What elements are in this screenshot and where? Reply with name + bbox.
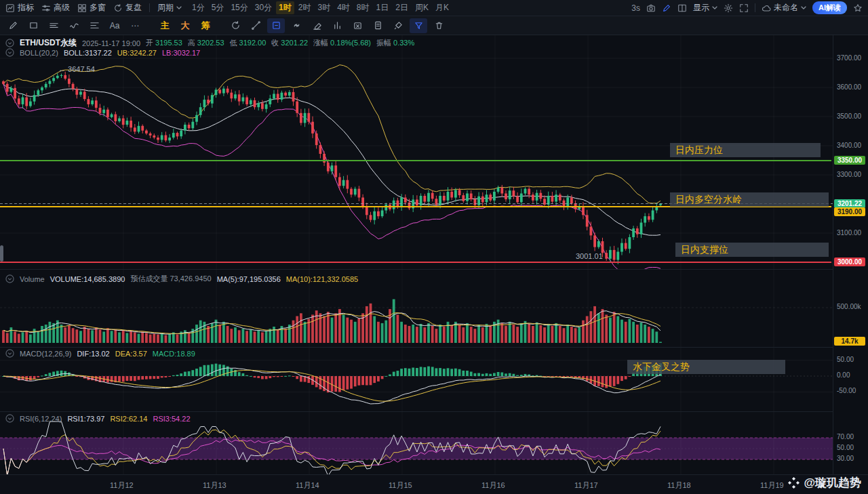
advanced-button[interactable]: 高级 xyxy=(41,2,70,14)
period-dropdown[interactable]: 周期 xyxy=(157,2,182,14)
lines-tool[interactable] xyxy=(45,18,62,33)
timeframe-5分[interactable]: 5分 xyxy=(209,1,227,14)
shape-tool[interactable] xyxy=(24,18,42,33)
note-macd-cross[interactable]: 水下金叉之势 xyxy=(627,360,785,374)
timeframe-1时[interactable]: 1时 xyxy=(276,1,294,14)
trendline-tool[interactable] xyxy=(247,18,264,33)
collapse-chevron-icon[interactable] xyxy=(5,349,14,358)
macd-dif: DIF:13.02 xyxy=(77,350,109,358)
chevron-down-icon xyxy=(176,6,182,9)
timeframe-1分[interactable]: 1分 xyxy=(189,1,208,14)
x-axis-label: 11月19 xyxy=(760,480,784,491)
support-line[interactable] xyxy=(0,262,831,263)
indicators-label: 指标 xyxy=(18,2,34,14)
timeframe-2时[interactable]: 2时 xyxy=(296,1,314,14)
price-axis[interactable]: 3350.00 3201.22 3190.00 3000.00 14.7k 37… xyxy=(833,35,868,474)
brand-logo-icon xyxy=(788,477,800,489)
replay-button[interactable]: 复盘 xyxy=(113,2,142,14)
divider xyxy=(149,3,150,12)
note-support-level[interactable]: 日内支撑位 xyxy=(675,243,829,257)
chart-area: 日内压力位 日内多空分水岭 日内支撑位 水下金叉之势 ← 3647.54 300… xyxy=(0,35,868,494)
ohlc-label: 涨幅 xyxy=(313,39,328,47)
camera-icon[interactable] xyxy=(646,3,656,13)
chevron-down-icon xyxy=(712,6,717,9)
top-toolbar: 指标 高级 多窗 复盘 周期 1分5分15分30分1时2时3时4时8时1日2日周… xyxy=(0,0,868,16)
filter-tool[interactable] xyxy=(410,18,427,33)
replay-label: 复盘 xyxy=(125,2,142,14)
link-tool[interactable] xyxy=(288,18,305,33)
refresh-interval[interactable]: 3s xyxy=(631,3,640,13)
axis-tick: 500.00k xyxy=(837,303,861,310)
resistance-badge: 3350.00 xyxy=(834,156,865,165)
collapse-chevron-icon[interactable] xyxy=(5,48,14,57)
collapse-chevron-icon[interactable] xyxy=(5,39,14,47)
settings-gear-icon[interactable] xyxy=(724,3,733,13)
pencil-tool[interactable] xyxy=(4,18,22,33)
brush-tool[interactable] xyxy=(389,18,407,33)
volume-profile-tool[interactable] xyxy=(328,18,346,33)
wave-tool[interactable] xyxy=(65,18,83,33)
selection-tool[interactable] xyxy=(267,18,285,33)
resistance-line[interactable] xyxy=(0,160,831,161)
layout-panels-icon[interactable] xyxy=(677,3,687,13)
volume-estimate: 预估成交量 73,426.9450 xyxy=(130,274,211,284)
big-chart-toggle[interactable]: 大 xyxy=(176,18,194,33)
note-tool[interactable] xyxy=(369,18,387,33)
layout-name-dropdown[interactable]: 未命名 xyxy=(762,2,806,14)
symbol-name: ETH/USDT永续 xyxy=(20,37,77,49)
ai-analysis-button[interactable]: AI解读 xyxy=(812,1,847,14)
more-tools[interactable]: ⋯ xyxy=(126,18,144,33)
drawing-toolbar: Aa ⋯ 主 大 筹 xyxy=(0,16,868,35)
timeframe-周K[interactable]: 周K xyxy=(412,1,431,14)
fullscreen-icon[interactable] xyxy=(739,3,749,13)
volume-ma10: MA(10):121,332.0585 xyxy=(286,275,358,283)
collapse-chevron-icon[interactable] xyxy=(5,414,14,423)
fib-tool[interactable] xyxy=(85,18,103,33)
high-price-label: ← 3647.54 xyxy=(58,65,95,73)
eraser-tool[interactable] xyxy=(308,18,326,33)
volume-ma5: MA(5):97,195.0356 xyxy=(217,275,281,283)
axis-tick: 50.00 xyxy=(837,444,854,451)
x-axis-label: 11月13 xyxy=(203,480,226,491)
period-label: 周期 xyxy=(157,2,174,14)
volume-value: VOLUME:14,685.3890 xyxy=(50,275,125,283)
display-dropdown[interactable]: 显示 xyxy=(693,2,717,14)
rotate-tool[interactable] xyxy=(226,18,244,33)
collapse-chevron-icon[interactable] xyxy=(5,274,14,283)
macd-name: MACD(12,26,9) xyxy=(20,350,71,358)
note-pressure-level[interactable]: 日内压力位 xyxy=(670,143,821,157)
timeframe-1日[interactable]: 1日 xyxy=(374,1,392,14)
main-chart-toggle[interactable]: 主 xyxy=(156,18,174,33)
volume-name: Volume xyxy=(20,275,45,283)
edit-pencil-icon[interactable] xyxy=(662,3,671,13)
time-axis[interactable]: 11月1211月1311月1411月1511月1611月1711月1811月19 xyxy=(0,474,868,494)
text-tool[interactable]: Aa xyxy=(106,18,123,33)
trash-tool[interactable] xyxy=(430,18,448,33)
timeframe-月K[interactable]: 月K xyxy=(433,1,452,14)
ohlc-label: 低 xyxy=(230,39,237,47)
axis-tick: -50.00 xyxy=(837,387,856,394)
timeframe-4时[interactable]: 4时 xyxy=(334,1,353,14)
favorite-star-icon[interactable] xyxy=(853,3,863,13)
note-pivot-level[interactable]: 日内多空分水岭 xyxy=(670,192,829,207)
chips-toggle[interactable]: 筹 xyxy=(197,18,214,33)
ohlc-label: 高 xyxy=(188,39,195,47)
macd-dea: DEA:3.57 xyxy=(115,350,147,358)
left-scrollbar-handle[interactable] xyxy=(0,245,3,262)
sliders-icon xyxy=(41,3,51,13)
ohlc-value: 0.18%(5.68) xyxy=(330,39,371,47)
timeframe-2日[interactable]: 2日 xyxy=(393,1,411,14)
watermark: @璇玑趋势 xyxy=(788,475,861,491)
axis-tick: 3100.00 xyxy=(837,229,861,236)
multi-window-button[interactable]: 多窗 xyxy=(77,2,106,14)
advanced-label: 高级 xyxy=(54,2,70,14)
boll-legend: BOLL(20,2) BOLL:3137.22 UB:3242.27 LB:30… xyxy=(5,48,200,57)
timeframe-8时[interactable]: 8时 xyxy=(354,1,372,14)
timeframe-15分[interactable]: 15分 xyxy=(228,1,250,14)
timeframe-3时[interactable]: 3时 xyxy=(315,1,333,14)
timeframe-30分[interactable]: 30分 xyxy=(252,1,275,14)
clear-objects-tool[interactable] xyxy=(349,18,366,33)
rsi3-value: RSI3:54.22 xyxy=(153,415,190,423)
indicators-button[interactable]: 指标 xyxy=(5,2,34,14)
axis-tick: 3500.00 xyxy=(837,112,861,120)
